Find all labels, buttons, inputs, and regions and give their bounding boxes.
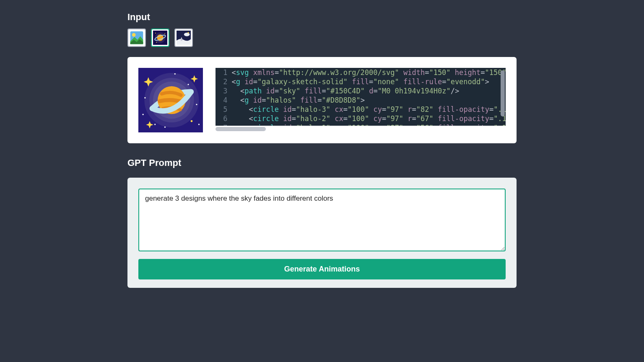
svg-point-26: [198, 124, 200, 125]
prompt-textarea[interactable]: [138, 189, 506, 251]
horizontal-scrollbar-thumb[interactable]: [216, 127, 266, 131]
svg-point-7: [164, 34, 165, 34]
generate-button[interactable]: Generate Animations: [138, 259, 506, 279]
thumb-galaxy[interactable]: [151, 28, 169, 47]
prompt-card: Generate Animations: [127, 178, 517, 288]
galaxy-icon: [153, 31, 167, 45]
line-number: 3: [216, 86, 231, 96]
svg-rect-10: [181, 39, 182, 41]
galaxy-preview-icon: [138, 68, 203, 132]
line-number: 2: [216, 77, 231, 86]
horizontal-scrollbar-track[interactable]: [216, 126, 506, 132]
code-line[interactable]: <circle id="halo-3" cx="100" cy="97" r="…: [231, 105, 506, 114]
svg-point-1: [132, 33, 136, 37]
landscape-icon: [130, 31, 144, 45]
code-line[interactable]: <g id="galaxy-sketch-solid" fill="none" …: [231, 77, 506, 86]
line-number: 1: [216, 68, 231, 77]
code-line[interactable]: <g id="halos" fill="#D8D8D8">: [231, 96, 506, 105]
svg-point-6: [155, 33, 156, 34]
svg-point-8: [156, 42, 157, 43]
input-card: 1<svg xmlns="http://www.w3.org/2000/svg"…: [127, 57, 517, 143]
vertical-scrollbar[interactable]: [501, 70, 505, 116]
input-title: Input: [127, 12, 517, 23]
thumb-landscape[interactable]: [127, 28, 146, 47]
code-panel: 1<svg xmlns="http://www.w3.org/2000/svg"…: [216, 68, 506, 132]
svg-point-20: [154, 124, 156, 125]
svg-point-12: [187, 32, 189, 33]
svg-preview: [138, 68, 203, 132]
code-editor[interactable]: 1<svg xmlns="http://www.w3.org/2000/svg"…: [216, 68, 506, 126]
prompt-title: GPT Prompt: [127, 158, 517, 168]
svg-point-25: [143, 114, 144, 115]
svg-point-24: [164, 127, 166, 128]
page-container: Input: [127, 0, 517, 288]
code-line[interactable]: <svg xmlns="http://www.w3.org/2000/svg" …: [231, 68, 506, 77]
input-thumbnails: [127, 28, 517, 47]
svg-point-19: [144, 97, 145, 98]
svg-point-22: [196, 104, 197, 105]
svg-point-23: [174, 73, 176, 75]
svg-point-18: [191, 120, 193, 122]
line-number: 5: [216, 105, 231, 114]
rocket-icon: [177, 31, 191, 45]
line-number: 6: [216, 114, 231, 123]
code-line[interactable]: <path id="sky" fill="#150C4D" d="M0 0h19…: [231, 86, 506, 96]
line-number: 4: [216, 96, 231, 105]
svg-point-21: [187, 84, 189, 85]
thumb-rocket[interactable]: [174, 28, 193, 47]
svg-point-11: [184, 33, 190, 36]
code-line[interactable]: <circle id="halo-2" cx="100" cy="97" r="…: [231, 114, 506, 123]
